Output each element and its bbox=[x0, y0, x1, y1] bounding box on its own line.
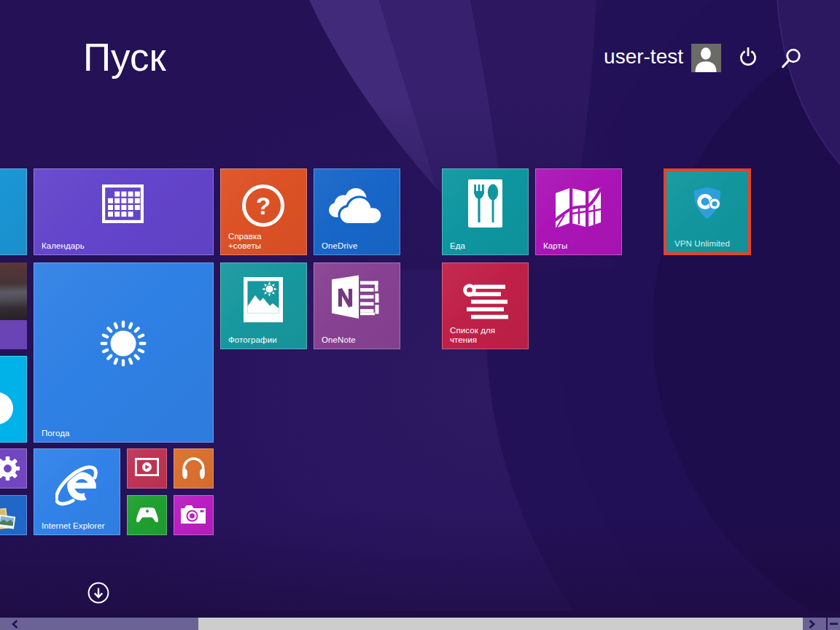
svg-text:?: ? bbox=[256, 192, 271, 219]
